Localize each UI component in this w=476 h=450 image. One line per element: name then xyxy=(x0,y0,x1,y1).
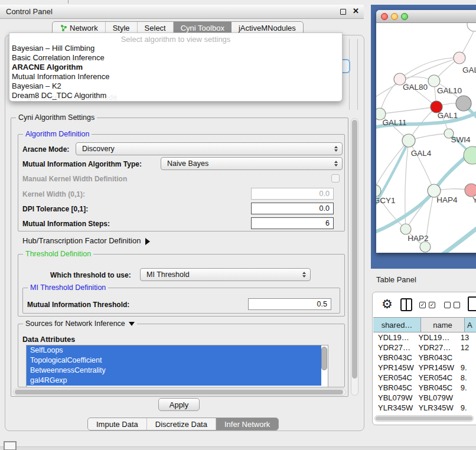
network-node[interactable] xyxy=(400,224,411,234)
apply-button[interactable]: Apply xyxy=(158,398,200,411)
tab-infer-network[interactable]: Infer Network xyxy=(216,418,278,430)
column-header-name[interactable]: name xyxy=(421,317,465,332)
table-cell: YER054C xyxy=(418,373,459,382)
network-node[interactable] xyxy=(456,96,471,111)
dpi-tolerance-field[interactable]: 0.0 xyxy=(251,203,334,214)
table-cell: 9. xyxy=(459,403,476,412)
table-cell: YDR27… xyxy=(418,343,459,352)
bottom-tabbar: Impute Data Discretize Data Infer Networ… xyxy=(87,418,279,431)
table-row[interactable]: YBL079WYBL079W xyxy=(373,393,476,403)
split-view-icon[interactable] xyxy=(400,298,412,311)
stepper-icon xyxy=(334,143,338,155)
network-node[interactable] xyxy=(454,52,465,64)
table-cell: YDL19… xyxy=(373,333,418,342)
mi-type-select[interactable]: Naive Bayes xyxy=(161,157,343,170)
table-row[interactable]: YDR27…YDR27…12 xyxy=(373,343,476,353)
hidden-border-fragment xyxy=(349,39,350,110)
list-scrollbar[interactable] xyxy=(321,347,327,370)
document-icon[interactable] xyxy=(468,296,476,311)
network-node[interactable] xyxy=(428,75,440,87)
network-canvas[interactable]: GAL7GAL80GAL10GAL1GAL11SWI4GAL4GCY1HAP4Y… xyxy=(376,23,476,253)
minimize-traffic-light-icon[interactable] xyxy=(391,13,398,20)
table-cell: YBR043C xyxy=(418,353,459,362)
table-rows[interactable]: YDL19…YDL19…13YDR27…YDR27…12YBR043CYBR04… xyxy=(373,332,476,415)
checked-checkbox-icon[interactable]: ✓ xyxy=(419,302,426,308)
data-attribute-item[interactable]: BetweennessCentrality xyxy=(27,366,321,376)
algorithm-option[interactable]: Bayesian – K2 xyxy=(9,81,342,91)
table-cell: YBL079W xyxy=(418,393,459,402)
data-attributes-label: Data Attributes xyxy=(22,335,75,344)
dpi-tolerance-label: DPI Tolerance [0,1]: xyxy=(22,205,88,213)
data-attributes-list[interactable]: SelfLoopsTopologicalCoefficientBetweenne… xyxy=(26,345,328,387)
network-node-label: GAL10 xyxy=(437,86,462,95)
table-row[interactable]: YDL19…YDL19…13 xyxy=(373,332,476,343)
float-icon[interactable] xyxy=(340,9,346,15)
table-horizontal-scrollbar[interactable] xyxy=(374,415,474,422)
network-node[interactable] xyxy=(467,23,476,31)
data-attribute-item[interactable]: gal4RGexp xyxy=(27,376,321,386)
network-node[interactable] xyxy=(402,134,415,147)
mi-threshold-definition-title: MI Threshold Definition xyxy=(28,283,108,292)
network-node-label: HAP2 xyxy=(407,234,428,243)
table-cell: YPR145W xyxy=(418,363,459,372)
kernel-width-field[interactable]: 0.0 xyxy=(251,188,334,200)
data-attribute-item[interactable]: SelfLoops xyxy=(27,345,321,356)
table-cell: YBR045C xyxy=(418,383,459,392)
network-edge[interactable] xyxy=(380,107,436,114)
hub-definition-toggle[interactable]: Hub/Transcription Factor Definition xyxy=(22,236,150,245)
network-edge-highlighted[interactable] xyxy=(442,224,476,253)
table-row[interactable]: YBR043CYBR043C xyxy=(373,353,476,363)
checked-checkbox-icon[interactable]: ✓ xyxy=(429,302,435,308)
algorithm-dropdown[interactable]: Select algorithm to view settings Bayesi… xyxy=(9,32,343,102)
network-node-label: GCY1 xyxy=(376,196,395,205)
network-node[interactable] xyxy=(420,242,431,252)
ghost-text: gal-filtered.sif default node xyxy=(27,93,117,102)
data-attribute-item[interactable]: TopologicalCoefficient xyxy=(27,356,321,366)
which-threshold-select[interactable]: MI Threshold xyxy=(140,268,311,281)
tab-impute-data[interactable]: Impute Data xyxy=(88,418,147,430)
close-icon[interactable]: ✕ xyxy=(353,6,359,15)
manual-kernel-label: Manual Kernel Width Definition xyxy=(22,175,127,183)
close-traffic-light-icon[interactable] xyxy=(381,13,388,20)
column-header-shared[interactable]: shared… xyxy=(373,317,421,332)
table-panel-title: Table Panel xyxy=(376,275,416,284)
column-header-partial[interactable]: A xyxy=(465,317,476,332)
unchecked-checkbox-icon[interactable] xyxy=(444,302,451,308)
gear-icon[interactable]: ⚙ xyxy=(382,298,393,311)
settings-vertical-scrollbar[interactable] xyxy=(351,118,358,396)
network-view-window[interactable]: GAL7GAL80GAL10GAL1GAL11SWI4GAL4GCY1HAP4Y… xyxy=(376,10,476,253)
mi-steps-field[interactable]: 6 xyxy=(251,217,334,229)
float-panel-icon[interactable] xyxy=(4,441,17,450)
tab-label: jActiveMNodules xyxy=(239,24,296,32)
table-cell: 9. xyxy=(459,363,476,372)
table-row[interactable]: YLR345WYLR345W9. xyxy=(373,403,476,413)
network-edge-highlighted[interactable] xyxy=(376,148,475,233)
network-node-label: GAL4 xyxy=(411,149,432,158)
manual-kernel-checkbox[interactable] xyxy=(331,174,340,182)
mi-type-value: Naive Bayes xyxy=(167,159,208,168)
table-row[interactable]: YIL052CYIL052C9 xyxy=(373,413,476,415)
network-icon xyxy=(60,24,67,32)
algorithm-definition-title: Algorithm Definition xyxy=(23,130,92,138)
network-edge[interactable] xyxy=(409,141,434,191)
stepper-icon xyxy=(334,158,338,169)
tab-label: Cyni Toolbox xyxy=(181,24,224,32)
network-window-titlebar[interactable] xyxy=(376,10,476,23)
table-row[interactable]: YBR045CYBR045C9. xyxy=(373,383,476,393)
network-node[interactable] xyxy=(465,184,476,197)
kernel-width-value: 0.0 xyxy=(319,190,330,198)
tab-discretize-data[interactable]: Discretize Data xyxy=(147,418,216,430)
algorithm-option[interactable]: Mutual Information Inference xyxy=(9,72,342,81)
mi-threshold-field[interactable]: 0.5 xyxy=(248,298,331,310)
zoom-traffic-light-icon[interactable] xyxy=(401,13,408,20)
algorithm-option[interactable]: Bayesian – Hill Climbing xyxy=(9,44,342,53)
threshold-definition-title: Threshold Definition xyxy=(23,250,93,258)
aracne-mode-select[interactable]: Discovery xyxy=(76,142,343,155)
table-cell: YDL19… xyxy=(418,333,459,342)
network-edge[interactable] xyxy=(376,141,409,190)
table-row[interactable]: YER054CYER054C8. xyxy=(373,373,476,383)
settings-horizontal-scrollbar[interactable] xyxy=(13,389,346,396)
table-row[interactable]: YPR145WYPR145W9. xyxy=(373,363,476,373)
cyni-settings-title: Cyni Algorithm Settings xyxy=(16,113,97,122)
unchecked-checkbox-icon[interactable] xyxy=(454,302,460,308)
